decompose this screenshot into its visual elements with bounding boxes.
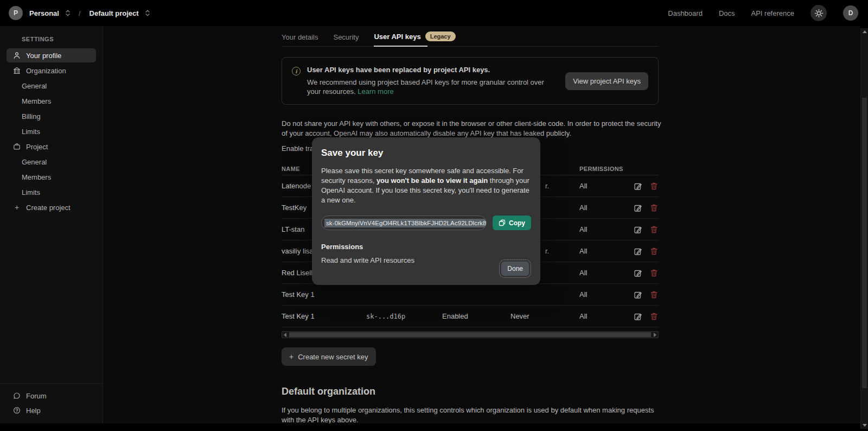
sidebar-item-label: Limits (22, 188, 40, 197)
learn-more-link[interactable]: Learn more (358, 87, 393, 96)
sidebar-item-label: Limits (22, 128, 40, 136)
org-switcher[interactable]: Personal (29, 9, 59, 17)
person-icon (12, 51, 21, 60)
tab-your-details[interactable]: Your details (282, 33, 318, 46)
scroll-up-arrow-icon[interactable] (863, 30, 867, 33)
sidebar-item-label: Billing (22, 112, 41, 121)
edit-icon[interactable] (634, 225, 642, 234)
nav-api-reference[interactable]: API reference (751, 9, 795, 17)
vertical-scrollbar[interactable] (860, 28, 868, 429)
sidebar-item-organization[interactable]: Organization (7, 64, 96, 78)
sidebar-item-org-members[interactable]: Members (7, 94, 96, 108)
sidebar-item-help[interactable]: Help (7, 403, 96, 417)
scroll-down-arrow-icon[interactable] (863, 424, 867, 427)
project-switcher[interactable]: Default project (90, 9, 139, 17)
copy-button[interactable]: Copy (493, 216, 531, 230)
copy-button-label: Copy (509, 219, 525, 227)
sidebar-item-label: Organization (26, 67, 66, 75)
last-used-fragment: r. (545, 182, 549, 190)
user-avatar[interactable]: D (843, 5, 858, 21)
sidebar-item-label: General (22, 82, 47, 90)
chevron-updown-icon[interactable] (144, 9, 151, 17)
sidebar-item-org-billing[interactable]: Billing (7, 109, 96, 123)
done-button[interactable]: Done (501, 262, 529, 276)
help-icon (12, 406, 21, 415)
edit-icon[interactable] (634, 247, 642, 256)
scroll-right-arrow-icon[interactable] (654, 333, 656, 337)
secret-key-input[interactable]: sk-0kGMnyiVnV4EgOl4RLk1T3BlbkFJHD2LAc92L… (321, 216, 487, 230)
chevron-updown-icon[interactable] (65, 9, 71, 17)
tab-security[interactable]: Security (333, 33, 359, 46)
sidebar-item-create-project[interactable]: + Create project (7, 200, 96, 214)
permissions-value: Read and write API resources (321, 256, 531, 264)
info-banner: i User API keys have been replaced by pr… (282, 57, 659, 105)
sidebar-item-forum[interactable]: Forum (7, 389, 96, 403)
create-secret-key-button[interactable]: + Create new secret key (282, 347, 376, 366)
sidebar-item-your-profile[interactable]: Your profile (7, 48, 96, 62)
delete-icon[interactable] (650, 182, 659, 191)
tab-user-api-keys[interactable]: User API keys Legacy (374, 31, 455, 46)
organization-icon (12, 66, 21, 75)
briefcase-icon (12, 142, 21, 151)
key-permissions: All (579, 312, 634, 320)
sidebar-item-label: Help (26, 407, 41, 415)
view-project-api-keys-button[interactable]: View project API keys (565, 72, 648, 90)
edit-icon[interactable] (634, 182, 642, 191)
key-permissions: All (579, 247, 634, 255)
legacy-badge: Legacy (425, 31, 456, 41)
banner-body-text: We recommend using project based API key… (307, 78, 544, 96)
sidebar-item-org-limits[interactable]: Limits (7, 124, 96, 138)
delete-icon[interactable] (650, 312, 659, 321)
default-organization-heading: Default organization (282, 386, 659, 397)
scroll-left-arrow-icon[interactable] (284, 333, 286, 337)
key-permissions: All (579, 290, 634, 299)
sidebar-heading: SETTINGS (0, 34, 103, 48)
delete-icon[interactable] (650, 225, 659, 234)
delete-icon[interactable] (650, 247, 659, 256)
key-last-used: Never (510, 312, 579, 320)
edit-icon[interactable] (634, 204, 642, 212)
nav-dashboard[interactable]: Dashboard (668, 9, 703, 17)
table-row: Test Key 1 All (282, 284, 659, 306)
modal-title: Save your key (321, 148, 531, 159)
delete-icon[interactable] (650, 269, 659, 277)
key-permissions: All (579, 225, 634, 233)
sidebar-item-proj-general[interactable]: General (7, 155, 96, 169)
delete-icon[interactable] (650, 290, 659, 299)
edit-icon[interactable] (634, 269, 642, 277)
api-key-warning-text: Do not share your API key with others, o… (282, 119, 661, 138)
settings-sidebar: SETTINGS Your profile Organization Gener… (0, 26, 103, 423)
edit-icon[interactable] (634, 290, 642, 299)
info-icon: i (292, 67, 301, 75)
nav-docs[interactable]: Docs (719, 9, 735, 17)
key-name: Test Key 1 (282, 290, 366, 299)
sidebar-item-label: Members (22, 173, 51, 181)
tab-bar: Your details Security User API keys Lega… (282, 26, 659, 47)
sidebar-item-label: Forum (26, 392, 47, 400)
org-avatar[interactable]: P (9, 6, 23, 20)
key-tracking: Enabled (442, 312, 510, 320)
tab-label: User API keys (374, 33, 420, 41)
horizontal-scrollbar-thumb[interactable] (289, 332, 651, 337)
sidebar-item-label: General (22, 158, 47, 166)
key-permissions: All (579, 204, 634, 212)
viewport-bottom-edge (0, 423, 860, 431)
table-row: Test Key 1 sk-...d16p Enabled Never All (282, 306, 659, 327)
vertical-scrollbar-thumb[interactable] (862, 98, 867, 388)
horizontal-scrollbar[interactable] (282, 331, 659, 338)
delete-icon[interactable] (650, 204, 659, 212)
sidebar-item-proj-limits[interactable]: Limits (7, 185, 96, 199)
plus-icon: + (289, 352, 293, 361)
settings-gear-button[interactable] (810, 5, 827, 21)
copy-icon (499, 219, 506, 226)
key-permissions: All (579, 182, 634, 190)
save-key-modal: Save your key Please save this secret ke… (312, 137, 540, 285)
sidebar-item-proj-members[interactable]: Members (7, 170, 96, 184)
sidebar-item-org-general[interactable]: General (7, 79, 96, 93)
key-secret: sk-...d16p (366, 313, 442, 320)
permissions-label: Permissions (321, 243, 531, 251)
modal-body-bold: you won't be able to view it again (376, 176, 488, 185)
sidebar-item-project[interactable]: Project (7, 140, 96, 154)
edit-icon[interactable] (634, 312, 642, 321)
last-used-fragment: r. (545, 247, 549, 255)
